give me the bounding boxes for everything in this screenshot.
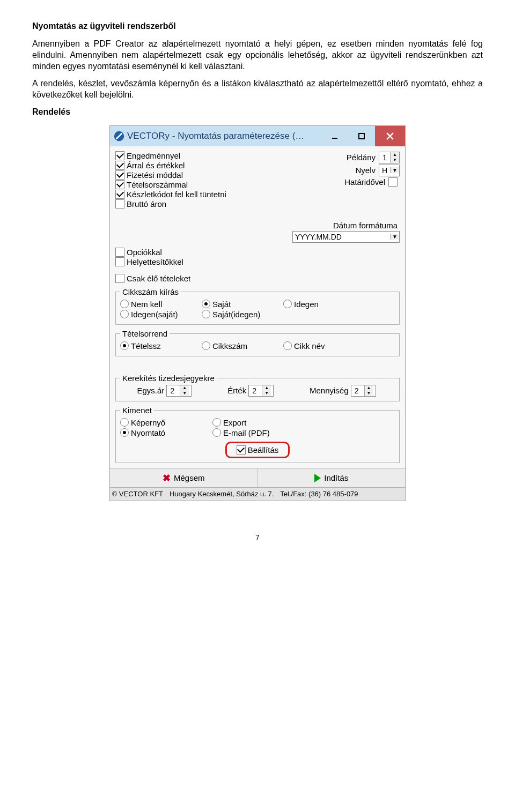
radio-cikk-nev[interactable]: Cikk név xyxy=(283,341,358,351)
date-format-value: YYYY.MM.DD xyxy=(293,233,390,241)
checkbox-icon xyxy=(115,190,124,199)
nyelv-select[interactable]: H ▼ xyxy=(379,165,400,176)
chk-tetelsorszammal[interactable]: Tételsorszámmal xyxy=(115,180,292,189)
radio-nem-kell[interactable]: Nem kell xyxy=(120,300,195,309)
hataridovel-checkbox[interactable] xyxy=(388,177,398,187)
beallitas-label: Beállítás xyxy=(248,445,279,455)
svg-rect-1 xyxy=(332,138,337,139)
chk-label: Bruttó áron xyxy=(127,199,166,208)
radio-export[interactable]: Export xyxy=(212,418,288,427)
date-format-label: Dátum formátuma xyxy=(295,221,398,230)
radio-icon xyxy=(212,428,221,437)
close-button[interactable] xyxy=(375,126,405,146)
checkbox-icon xyxy=(115,257,124,266)
checkbox-icon xyxy=(115,161,124,170)
radio-icon xyxy=(202,310,210,318)
radio-email-pdf[interactable]: E-mail (PDF) xyxy=(212,428,288,437)
status-company: VECTOR KFT xyxy=(119,490,163,498)
chk-label: Opciókkal xyxy=(127,248,162,257)
radio-label: Nyomtató xyxy=(131,428,165,437)
spinner-arrows-icon: ▲▼ xyxy=(180,385,189,396)
ertek-spinner[interactable]: 2 ▲▼ xyxy=(248,385,274,397)
radio-icon xyxy=(202,300,210,308)
radio-tetelssz[interactable]: Tételssz xyxy=(120,341,195,351)
radio-sajat-idegen[interactable]: Saját(idegen) xyxy=(202,310,277,319)
chk-label: Tételsorszámmal xyxy=(127,180,188,189)
tetelsorrend-group: Tételsorrend Tételssz Cikkszám Cikk név xyxy=(115,329,400,356)
radio-label: Saját xyxy=(212,300,231,309)
chk-label: Engedménnyel xyxy=(127,151,180,160)
minimize-button[interactable] xyxy=(321,126,348,146)
radio-label: Tételssz xyxy=(131,341,161,351)
peldany-value: 1 xyxy=(379,152,390,163)
checkbox-icon xyxy=(115,151,124,160)
start-button[interactable]: Indítás xyxy=(258,469,406,487)
radio-icon xyxy=(120,428,129,437)
cancel-label: Mégsem xyxy=(174,473,205,482)
date-format-select[interactable]: YYYY.MM.DD ▼ xyxy=(292,231,400,243)
ertek-value: 2 xyxy=(249,385,260,396)
spinner-arrows-icon: ▲▼ xyxy=(364,385,373,396)
doc-subheading: Rendelés xyxy=(32,107,483,117)
radio-label: Export xyxy=(223,418,246,427)
left-checkbox-column: Engedménnyel Árral és értékkel Fizetési … xyxy=(115,151,292,209)
chk-brutto-aron[interactable]: Bruttó áron xyxy=(115,199,292,208)
chk-label: Csak élő tételeket xyxy=(127,274,190,283)
radio-label: E-mail (PDF) xyxy=(223,428,270,437)
chk-helyettesitokkel[interactable]: Helyettesítőkkel xyxy=(115,257,400,266)
radio-icon xyxy=(120,341,129,350)
cikkszam-legend: Cikkszám kiírás xyxy=(120,287,181,296)
mennyiseg-spinner[interactable]: 2 ▲▼ xyxy=(351,385,376,397)
spinner-arrows-icon: ▲▼ xyxy=(262,385,271,396)
action-buttons-row: ✖ Mégsem Indítás xyxy=(110,468,405,487)
radio-label: Cikkszám xyxy=(212,341,247,351)
checkbox-icon xyxy=(115,170,124,180)
print-params-window: VECTORy - Nyomtatás paraméterezése (… xyxy=(109,125,406,501)
radio-icon xyxy=(120,310,129,318)
chk-opciokkal[interactable]: Opciókkal xyxy=(115,248,400,257)
cancel-x-icon: ✖ xyxy=(163,472,171,484)
hataridovel-label: Határidővel xyxy=(344,177,385,187)
chk-label: Árral és értékkel xyxy=(127,161,185,170)
radio-icon xyxy=(283,300,292,308)
maximize-button[interactable] xyxy=(348,126,375,146)
status-address: Hungary Kecskemét, Sörház u. 7. xyxy=(170,490,274,498)
egysar-value: 2 xyxy=(167,385,178,396)
doc-paragraph-1: Amennyiben a PDF Creator az alapértelmez… xyxy=(32,39,483,72)
radio-label: Képernyő xyxy=(131,418,165,427)
chk-keszletkodot[interactable]: Készletkódot fel kell tüntetni xyxy=(115,190,292,199)
radio-sajat[interactable]: Saját xyxy=(202,300,277,309)
mennyiseg-label: Mennyiség xyxy=(310,386,349,395)
peldany-spinner[interactable]: 1 ▲▼ xyxy=(379,152,400,163)
beallitas-checkbox[interactable] xyxy=(237,445,246,455)
nyelv-value: H xyxy=(379,166,390,175)
radio-nyomtato[interactable]: Nyomtató xyxy=(120,428,206,437)
egysar-spinner[interactable]: 2 ▲▼ xyxy=(166,385,192,397)
chk-csak-elo-teteleket[interactable]: Csak élő tételeket xyxy=(115,274,400,283)
titlebar: VECTORy - Nyomtatás paraméterezése (… xyxy=(110,126,405,146)
chk-fizetesi-moddal[interactable]: Fizetési móddal xyxy=(115,170,292,180)
radio-icon xyxy=(120,418,129,427)
svg-rect-2 xyxy=(359,133,364,139)
radio-kepernyo[interactable]: Képernyő xyxy=(120,418,206,427)
cancel-button[interactable]: ✖ Mégsem xyxy=(110,469,258,487)
tetelsorrend-legend: Tételsorrend xyxy=(120,329,170,338)
start-label: Indítás xyxy=(324,473,348,482)
window-title: VECTORy - Nyomtatás paraméterezése (… xyxy=(127,131,321,141)
radio-idegen-sajat[interactable]: Idegen(saját) xyxy=(120,310,195,319)
radio-idegen[interactable]: Idegen xyxy=(283,300,358,309)
mennyiseg-value: 2 xyxy=(351,385,362,396)
checkbox-icon xyxy=(115,248,124,257)
chk-label: Helyettesítőkkel xyxy=(127,257,183,266)
radio-icon xyxy=(120,300,129,308)
app-logo-icon xyxy=(113,130,125,142)
radio-label: Saját(idegen) xyxy=(212,310,260,319)
kimenet-group: Kimenet Képernyő Export Nyomtató xyxy=(115,406,400,463)
page-number: 7 xyxy=(32,533,483,542)
chk-arral-ertekkel[interactable]: Árral és értékkel xyxy=(115,161,292,170)
radio-cikkszam[interactable]: Cikkszám xyxy=(202,341,277,351)
kerekites-legend: Kerekítés tizedesjegyekre xyxy=(120,374,217,383)
radio-label: Idegen(saját) xyxy=(131,310,178,319)
beallitas-highlight: Beállítás xyxy=(225,442,290,458)
chk-engedmennyel[interactable]: Engedménnyel xyxy=(115,151,292,160)
